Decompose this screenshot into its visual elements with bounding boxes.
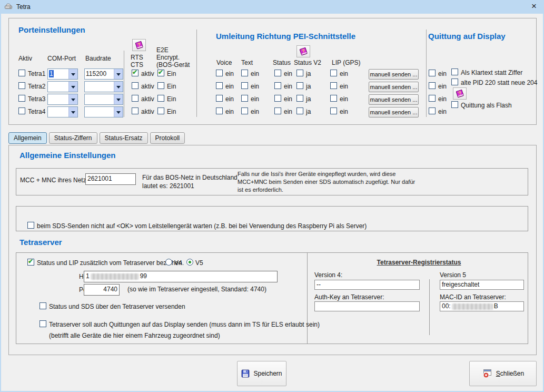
rts-help-button[interactable]: ? — [132, 39, 146, 51]
tab-status-ziffern[interactable]: Status-Ziffern — [49, 132, 97, 144]
chevron-down-icon[interactable] — [68, 107, 77, 117]
status-ein-checkbox-4[interactable] — [274, 107, 281, 114]
quittung-ein-checkbox-1[interactable] — [429, 70, 436, 76]
tetra3-com-combobox[interactable] — [47, 94, 78, 105]
chevron-down-icon[interactable] — [114, 69, 123, 79]
tetra2-aktiv-checkbox[interactable] — [18, 82, 25, 89]
ts-quittung-checkbox[interactable] — [39, 320, 46, 327]
send-via-ts-checkbox[interactable] — [39, 302, 46, 309]
klartext-label: Als Klartext statt Ziffer — [461, 69, 522, 76]
chevron-down-icon[interactable] — [68, 69, 77, 79]
status-ein-checkbox-2[interactable] — [274, 82, 281, 89]
tab-protokoll[interactable]: Protokoll — [150, 132, 185, 144]
tetra2-e2e-checkbox[interactable] — [157, 82, 164, 89]
chevron-down-icon[interactable] — [68, 94, 77, 104]
quittung-ein-checkbox-3[interactable] — [429, 95, 436, 102]
col-aktiv: Aktiv — [18, 55, 32, 62]
tetra4-e2e-checkbox[interactable] — [157, 107, 164, 114]
chevron-down-icon[interactable] — [114, 82, 123, 92]
tetra1-e2e-checkbox[interactable] — [157, 70, 164, 76]
quittung-flash-checkbox[interactable] — [451, 101, 458, 108]
quittung-help-button[interactable]: ? — [453, 87, 467, 100]
mcc-hint-line1: Für das BOS-Netz in Deutschland — [142, 174, 238, 181]
close-button[interactable]: Schließen — [469, 361, 537, 386]
text-ein-checkbox-4[interactable] — [241, 107, 248, 114]
lip-ein-checkbox-1[interactable] — [330, 70, 337, 76]
rts-aktiv-label: aktiv — [141, 70, 154, 77]
chevron-down-icon[interactable] — [68, 82, 77, 92]
tetra1-baud-combobox[interactable]: 115200 — [84, 68, 123, 80]
voice-ein-checkbox-4[interactable] — [216, 107, 223, 114]
tetra3-aktiv-checkbox[interactable] — [18, 95, 25, 102]
ein-label: ein — [438, 70, 447, 77]
macid-label: MAC-ID an Tetraserver: — [440, 293, 506, 301]
tetra-window: Tetra × Porteinstellungen Aktiv COM-Port… — [0, 0, 544, 392]
chevron-down-icon[interactable] — [114, 107, 123, 117]
tetra3-baud-combobox[interactable] — [84, 94, 123, 105]
tetra1-aktiv-checkbox[interactable] — [18, 70, 25, 76]
manuell-senden-button-3[interactable]: manuell senden ... — [369, 94, 419, 105]
tab-status-ersatz[interactable]: Status-Ersatz — [100, 132, 148, 144]
lip-ein-checkbox-4[interactable] — [330, 107, 337, 114]
statusv2-help-button[interactable]: ? — [296, 45, 310, 57]
tetra2-com-combobox[interactable] — [47, 81, 78, 92]
save-button[interactable]: Speichern — [237, 361, 286, 386]
hostname-input[interactable]: 199 — [84, 271, 278, 282]
tetra2-rts-checkbox[interactable] — [132, 82, 139, 89]
statusv2-ja-checkbox-2[interactable] — [296, 82, 303, 89]
tetra4-baud-combobox[interactable] — [84, 106, 123, 117]
use-tetraserver-checkbox[interactable] — [27, 259, 34, 266]
tetra3-rts-checkbox[interactable] — [132, 95, 139, 102]
quittung-ein-checkbox-4[interactable] — [429, 107, 436, 114]
v5-radio[interactable] — [186, 259, 193, 266]
tab-allgemein[interactable]: Allgemein — [8, 132, 47, 144]
ja-label: ja — [306, 108, 311, 115]
sds-wait-checkbox[interactable] — [27, 222, 34, 229]
tab-bar: AllgemeinStatus-ZiffernStatus-ErsatzProt… — [8, 132, 187, 144]
ein-label: ein — [438, 108, 447, 115]
v4-radio[interactable] — [165, 259, 172, 266]
divider — [429, 279, 430, 335]
floppy-disk-icon — [241, 369, 250, 378]
statusv2-ja-checkbox-1[interactable] — [296, 70, 303, 76]
voice-ein-checkbox-3[interactable] — [216, 95, 223, 102]
manuell-senden-button-1[interactable]: manuell senden ... — [369, 69, 419, 80]
ein-label: ein — [251, 108, 259, 115]
tetra4-com-combobox[interactable] — [47, 106, 78, 117]
port-input[interactable]: 4740 — [84, 284, 120, 296]
hostname-prefix: 1 — [86, 272, 90, 280]
voice-ein-checkbox-1[interactable] — [216, 70, 223, 76]
app-icon — [4, 2, 13, 12]
tetra1-com-combobox[interactable]: 1 — [47, 68, 78, 80]
status-ein-checkbox-1[interactable] — [274, 70, 281, 76]
tetra4-rts-checkbox[interactable] — [132, 107, 139, 114]
lip-ein-checkbox-2[interactable] — [330, 82, 337, 89]
tetra2-baud-combobox[interactable] — [84, 81, 123, 92]
tetra4-aktiv-checkbox[interactable] — [18, 107, 25, 114]
status-ein-checkbox-3[interactable] — [274, 95, 281, 102]
statusv2-ja-checkbox-4[interactable] — [296, 107, 303, 114]
text-ein-checkbox-3[interactable] — [241, 95, 248, 102]
macid-value: 00:B — [440, 301, 524, 311]
voice-ein-checkbox-2[interactable] — [216, 82, 223, 89]
alte-pid-checkbox[interactable] — [451, 79, 458, 85]
general-settings-title: Allgemeine Einstellungen — [19, 151, 116, 160]
lip-ein-checkbox-3[interactable] — [330, 95, 337, 102]
ein-label: ein — [225, 83, 234, 90]
window-close-button[interactable]: × — [531, 2, 537, 11]
tetra1-rts-checkbox[interactable] — [132, 70, 139, 76]
mcc-input[interactable]: 2621001 — [85, 173, 136, 185]
quittung-ein-checkbox-2[interactable] — [429, 82, 436, 89]
text-ein-checkbox-1[interactable] — [241, 70, 248, 76]
close-button-label: Schließen — [496, 370, 524, 377]
text-ein-checkbox-2[interactable] — [241, 82, 248, 89]
e2e-ein-label: Ein — [167, 95, 176, 103]
ein-label: ein — [251, 95, 259, 103]
tetra3-e2e-checkbox[interactable] — [157, 95, 164, 102]
statusv2-ja-checkbox-3[interactable] — [296, 95, 303, 102]
klartext-checkbox[interactable] — [451, 68, 458, 75]
manuell-senden-button-4[interactable]: manuell senden ... — [369, 107, 419, 117]
manuell-senden-button-2[interactable]: manuell senden ... — [369, 82, 419, 92]
chevron-down-icon[interactable] — [114, 94, 123, 104]
tetra3-label: Tetra3 — [28, 95, 45, 103]
